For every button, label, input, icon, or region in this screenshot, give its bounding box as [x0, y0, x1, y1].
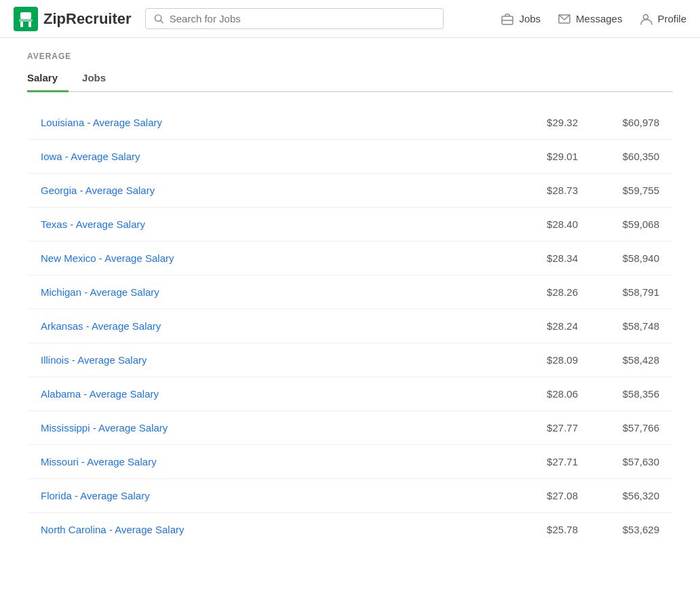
table-row: Mississippi - Average Salary$27.77$57,76… — [27, 411, 673, 445]
nav-jobs[interactable]: Jobs — [500, 12, 541, 26]
state-salary-link[interactable]: Illinois - Average Salary — [41, 354, 510, 366]
profile-icon — [638, 12, 653, 26]
table-row: Michigan - Average Salary$28.26$58,791 — [27, 275, 673, 309]
hourly-rate: $25.78 — [510, 524, 578, 535]
annual-salary: $57,766 — [591, 422, 659, 434]
table-row: Texas - Average Salary$28.40$59,068 — [27, 208, 673, 242]
state-salary-link[interactable]: North Carolina - Average Salary — [41, 524, 510, 535]
svg-line-6 — [161, 20, 163, 22]
annual-salary: $60,978 — [591, 117, 659, 128]
svg-rect-1 — [20, 12, 31, 19]
table-row: New Mexico - Average Salary$28.34$58,940 — [27, 242, 673, 275]
table-row: North Carolina - Average Salary$25.78$53… — [27, 513, 673, 546]
table-row: Illinois - Average Salary$28.09$58,428 — [27, 343, 673, 377]
nav-links: Jobs Messages Profile — [500, 12, 686, 26]
annual-salary: $59,068 — [591, 218, 659, 230]
state-salary-link[interactable]: Arkansas - Average Salary — [41, 320, 510, 332]
section-label: AVERAGE — [27, 52, 673, 61]
search-bar[interactable] — [145, 8, 444, 29]
nav-profile-label: Profile — [657, 13, 686, 24]
state-salary-link[interactable]: Florida - Average Salary — [41, 490, 510, 501]
main-content: AVERAGE Salary Jobs Louisiana - Average … — [0, 38, 700, 560]
hourly-rate: $28.40 — [510, 218, 578, 230]
state-salary-link[interactable]: New Mexico - Average Salary — [41, 252, 510, 264]
annual-salary: $58,356 — [591, 388, 659, 400]
annual-salary: $58,940 — [591, 252, 659, 264]
hourly-rate: $28.06 — [510, 388, 578, 400]
nav-messages[interactable]: Messages — [557, 12, 622, 26]
search-icon — [154, 14, 164, 24]
state-salary-link[interactable]: Mississippi - Average Salary — [41, 422, 510, 434]
annual-salary: $56,320 — [591, 490, 659, 501]
table-row: Florida - Average Salary$27.08$56,320 — [27, 479, 673, 513]
state-salary-link[interactable]: Texas - Average Salary — [41, 218, 510, 230]
hourly-rate: $27.08 — [510, 490, 578, 501]
tab-salary[interactable]: Salary — [27, 66, 69, 92]
annual-salary: $57,630 — [591, 456, 659, 467]
state-salary-link[interactable]: Alabama - Average Salary — [41, 388, 510, 400]
hourly-rate: $28.34 — [510, 252, 578, 264]
hourly-rate: $28.09 — [510, 354, 578, 366]
jobs-icon — [500, 12, 515, 26]
hourly-rate: $29.01 — [510, 151, 578, 162]
table-row: Arkansas - Average Salary$28.24$58,748 — [27, 309, 673, 343]
tab-jobs[interactable]: Jobs — [82, 66, 117, 92]
annual-salary: $58,428 — [591, 354, 659, 366]
table-row: Iowa - Average Salary$29.01$60,350 — [27, 140, 673, 174]
svg-rect-4 — [19, 19, 33, 22]
svg-point-9 — [644, 14, 648, 19]
annual-salary: $59,755 — [591, 185, 659, 196]
state-salary-link[interactable]: Louisiana - Average Salary — [41, 117, 510, 128]
tabs: Salary Jobs — [27, 66, 673, 92]
annual-salary: $53,629 — [591, 524, 659, 535]
table-row: Georgia - Average Salary$28.73$59,755 — [27, 174, 673, 208]
logo[interactable]: ZipRecruiter — [14, 7, 132, 31]
hourly-rate: $28.26 — [510, 286, 578, 298]
annual-salary: $60,350 — [591, 151, 659, 162]
annual-salary: $58,791 — [591, 286, 659, 298]
state-salary-link[interactable]: Iowa - Average Salary — [41, 151, 510, 162]
logo-text: ZipRecruiter — [43, 10, 132, 28]
salary-list: Louisiana - Average Salary$29.32$60,978I… — [27, 106, 673, 546]
ziprecruiter-logo-icon — [14, 7, 38, 31]
nav-profile[interactable]: Profile — [638, 12, 686, 26]
table-row: Louisiana - Average Salary$29.32$60,978 — [27, 106, 673, 140]
table-row: Alabama - Average Salary$28.06$58,356 — [27, 377, 673, 411]
header: ZipRecruiter Jobs Messages — [0, 0, 700, 38]
messages-icon — [557, 12, 572, 26]
state-salary-link[interactable]: Georgia - Average Salary — [41, 185, 510, 196]
search-input[interactable] — [170, 13, 435, 24]
nav-jobs-label: Jobs — [519, 13, 541, 24]
nav-messages-label: Messages — [576, 13, 622, 24]
state-salary-link[interactable]: Michigan - Average Salary — [41, 286, 510, 298]
hourly-rate: $27.71 — [510, 456, 578, 467]
hourly-rate: $28.73 — [510, 185, 578, 196]
hourly-rate: $29.32 — [510, 117, 578, 128]
annual-salary: $58,748 — [591, 320, 659, 332]
hourly-rate: $27.77 — [510, 422, 578, 434]
state-salary-link[interactable]: Missouri - Average Salary — [41, 456, 510, 467]
hourly-rate: $28.24 — [510, 320, 578, 332]
table-row: Missouri - Average Salary$27.71$57,630 — [27, 445, 673, 479]
